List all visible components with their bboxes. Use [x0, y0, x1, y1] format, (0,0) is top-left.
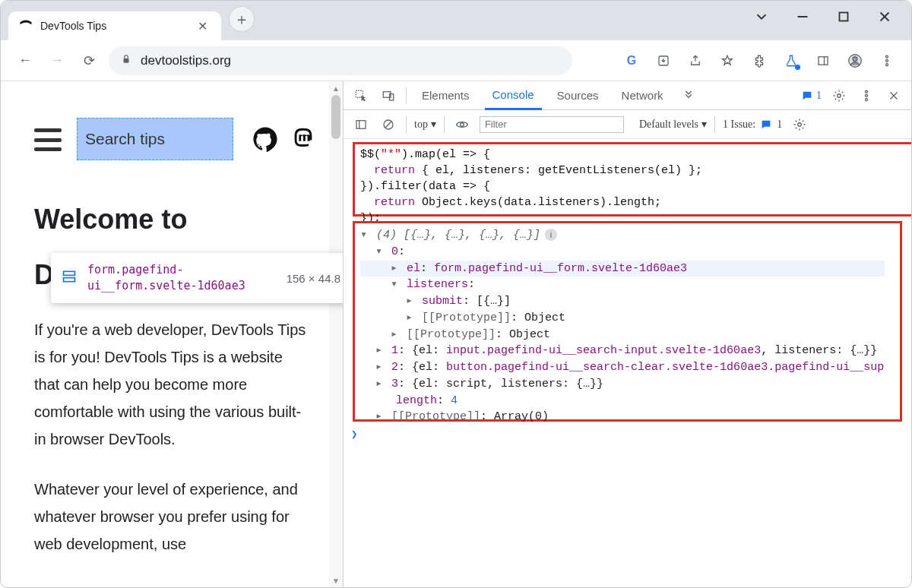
more-tabs-icon[interactable]: [679, 86, 698, 106]
console-result[interactable]: (4) [{…}, {…}, {…}, {…}]i 0: el: form.pa…: [360, 227, 896, 425]
scroll-handle[interactable]: [331, 95, 340, 139]
info-icon[interactable]: i: [545, 229, 557, 241]
issues-indicator[interactable]: 1 Issue: 1: [723, 119, 782, 131]
github-icon[interactable]: [252, 125, 279, 153]
devtools-tabbar: Elements Console Sources Network 1: [344, 81, 911, 110]
url-text: devtoolstips.org: [141, 53, 231, 68]
svg-point-21: [866, 98, 868, 100]
lock-icon: [121, 54, 131, 67]
svg-point-20: [866, 94, 868, 96]
clear-console-icon[interactable]: [378, 115, 398, 134]
install-app-icon[interactable]: [651, 49, 676, 73]
inspector-dimensions: 156 × 44.8: [287, 272, 340, 285]
close-window-icon[interactable]: [876, 8, 893, 25]
extensions-icon[interactable]: [747, 49, 771, 73]
device-toolbar-icon[interactable]: [378, 86, 398, 106]
window-controls: [753, 1, 904, 25]
browser-tab[interactable]: DevTools Tips ✕: [8, 11, 221, 40]
forward-button[interactable]: →: [45, 49, 69, 73]
tab-sources[interactable]: Sources: [549, 81, 606, 110]
menu-toggle-button[interactable]: [34, 128, 62, 151]
browser-toolbar: ← → ⟳ devtoolstips.org G: [1, 40, 911, 81]
tab-network[interactable]: Network: [614, 81, 671, 110]
google-icon[interactable]: G: [619, 49, 644, 73]
devtools-panel: Elements Console Sources Network 1 top ▾…: [343, 81, 911, 587]
bookmark-star-icon[interactable]: [715, 49, 739, 73]
scroll-up-icon[interactable]: ▲: [329, 81, 343, 95]
profile-avatar-icon[interactable]: [843, 49, 867, 73]
settings-gear-icon[interactable]: [829, 86, 849, 106]
svg-point-18: [838, 93, 841, 97]
minimize-icon[interactable]: [794, 8, 811, 25]
svg-point-12: [886, 63, 888, 65]
console-toolbar: top ▾ Default levels ▾ 1 Issue: 1: [344, 110, 911, 139]
inspector-selector: form.pagefind-ui__form.svelte-1d60ae3: [87, 262, 270, 294]
side-panel-icon[interactable]: [811, 49, 835, 73]
new-tab-button[interactable]: ＋: [229, 6, 255, 32]
svg-line-27: [385, 122, 391, 128]
svg-rect-4: [124, 58, 129, 63]
tab-close-icon[interactable]: ✕: [193, 17, 212, 35]
tab-elements[interactable]: Elements: [414, 81, 477, 110]
console-output[interactable]: $$("*").map(el => { return { el, listene…: [344, 139, 911, 587]
devtools-close-icon[interactable]: [884, 86, 904, 106]
search-placeholder: Search tips: [85, 130, 165, 148]
svg-rect-6: [819, 56, 828, 65]
console-input-code: $$("*").map(el => { return { el, listene…: [360, 147, 702, 226]
svg-point-19: [866, 90, 868, 93]
share-icon[interactable]: [683, 49, 708, 73]
live-expression-icon[interactable]: [452, 115, 472, 134]
svg-point-29: [798, 122, 802, 126]
mastodon-icon[interactable]: [290, 125, 317, 153]
devtools-menu-icon[interactable]: [857, 86, 876, 106]
element-inspector-tooltip: form.pagefind-ui__form.svelte-1d60ae3 15…: [51, 253, 343, 303]
page-scrollbar[interactable]: ▲ ▼: [329, 81, 343, 587]
tab-console[interactable]: Console: [485, 81, 542, 110]
svg-rect-1: [840, 13, 848, 21]
reload-button[interactable]: ⟳: [77, 49, 101, 73]
back-button[interactable]: ←: [13, 49, 37, 73]
search-input-highlighted[interactable]: Search tips: [77, 118, 233, 160]
maximize-icon[interactable]: [835, 8, 852, 25]
browser-titlebar: DevTools Tips ✕ ＋: [1, 1, 911, 40]
svg-rect-24: [356, 120, 366, 128]
sidebar-toggle-icon[interactable]: [351, 115, 371, 134]
chrome-labs-icon[interactable]: [779, 49, 803, 73]
page-viewport: Search tips form.pagefind-ui__form.svelt…: [1, 81, 343, 587]
svg-point-11: [886, 59, 888, 62]
search-tabs-icon[interactable]: [753, 8, 770, 25]
layout-icon: [62, 269, 77, 288]
svg-rect-13: [64, 271, 75, 275]
intro-paragraph-1: If you're a web developer, DevTools Tips…: [34, 316, 309, 453]
messages-badge[interactable]: 1: [801, 90, 822, 102]
scroll-down-icon[interactable]: ▼: [329, 574, 343, 587]
log-levels-selector[interactable]: Default levels ▾: [639, 118, 707, 131]
svg-rect-14: [64, 277, 75, 281]
page-heading-line1: Welcome to: [34, 201, 309, 239]
address-bar[interactable]: devtoolstips.org: [109, 46, 572, 75]
intro-paragraph-2: Whatever your level of experience, and w…: [34, 476, 309, 558]
inspect-element-icon[interactable]: [351, 86, 371, 106]
console-settings-icon[interactable]: [790, 115, 809, 134]
console-prompt-icon[interactable]: ❯: [351, 428, 357, 441]
context-selector[interactable]: top ▾: [414, 118, 436, 131]
chrome-menu-icon[interactable]: [875, 49, 899, 73]
tab-favicon-icon: [19, 19, 33, 33]
tab-title: DevTools Tips: [40, 20, 193, 32]
svg-point-10: [886, 55, 888, 58]
svg-point-28: [461, 122, 464, 126]
console-filter-input[interactable]: [480, 116, 624, 133]
svg-point-9: [853, 56, 857, 61]
